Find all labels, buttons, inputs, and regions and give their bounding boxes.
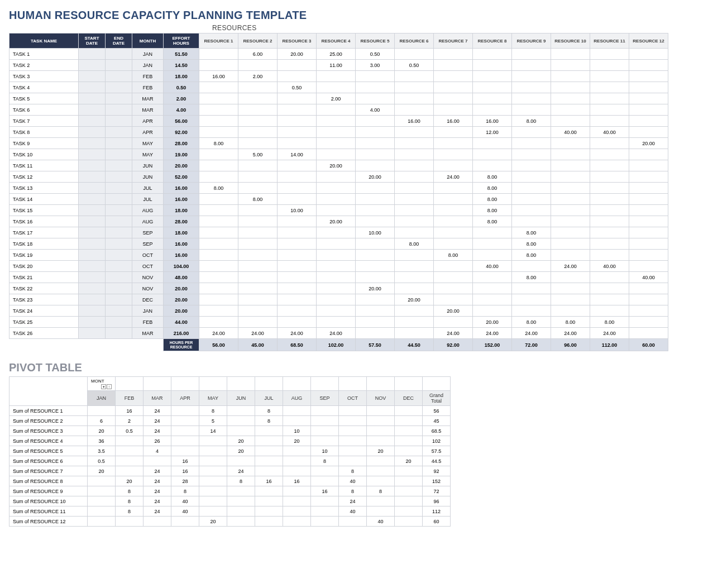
- effort-hours-cell[interactable]: 20.00: [164, 283, 199, 294]
- resource-cell[interactable]: [317, 149, 356, 160]
- effort-hours-cell[interactable]: 4.00: [164, 104, 199, 116]
- pivot-cell[interactable]: 28: [171, 476, 199, 486]
- effort-hours-cell[interactable]: 92.00: [164, 127, 199, 138]
- task-name-cell[interactable]: TASK 4: [9, 82, 79, 93]
- task-name-cell[interactable]: TASK 3: [9, 71, 79, 82]
- resource-cell[interactable]: 11.00: [317, 60, 356, 71]
- resource-cell[interactable]: [434, 261, 473, 272]
- resource-cell[interactable]: 8.00: [512, 238, 551, 250]
- resource-cell[interactable]: [512, 283, 551, 294]
- start-date-cell[interactable]: [79, 216, 106, 227]
- resource-cell[interactable]: [238, 116, 278, 127]
- pivot-cell[interactable]: [311, 406, 339, 416]
- pivot-cell[interactable]: [395, 517, 423, 527]
- resource-cell[interactable]: [395, 127, 434, 138]
- resource-cell[interactable]: [278, 194, 317, 205]
- start-date-cell[interactable]: [79, 60, 106, 71]
- resource-cell[interactable]: [317, 183, 356, 194]
- resource-cell[interactable]: [434, 294, 473, 305]
- effort-hours-cell[interactable]: 19.00: [164, 149, 199, 160]
- pivot-cell[interactable]: [88, 486, 116, 496]
- effort-hours-cell[interactable]: 16.00: [164, 194, 199, 205]
- pivot-cell[interactable]: [171, 406, 199, 416]
- resource-cell[interactable]: [629, 60, 668, 71]
- resource-cell[interactable]: [356, 71, 395, 82]
- start-date-cell[interactable]: [79, 93, 106, 104]
- resource-cell[interactable]: [629, 194, 668, 205]
- resource-cell[interactable]: [590, 205, 629, 216]
- pivot-cell[interactable]: [395, 496, 423, 506]
- month-cell[interactable]: OCT: [132, 261, 164, 272]
- resource-cell[interactable]: [199, 261, 238, 272]
- resource-cell[interactable]: [551, 104, 590, 116]
- resource-cell[interactable]: [356, 305, 395, 317]
- start-date-cell[interactable]: [79, 261, 106, 272]
- end-date-cell[interactable]: [106, 305, 132, 317]
- resource-cell[interactable]: 24.00: [551, 261, 590, 272]
- resource-cell[interactable]: [629, 238, 668, 250]
- resource-cell[interactable]: [395, 305, 434, 317]
- end-date-cell[interactable]: [106, 205, 132, 216]
- resource-cell[interactable]: [434, 317, 473, 328]
- resource-cell[interactable]: [356, 93, 395, 104]
- resource-cell[interactable]: [356, 127, 395, 138]
- resource-cell[interactable]: [278, 183, 317, 194]
- effort-hours-cell[interactable]: 18.00: [164, 227, 199, 238]
- resource-cell[interactable]: 16.00: [473, 116, 512, 127]
- resource-cell[interactable]: [395, 71, 434, 82]
- resource-cell[interactable]: [278, 317, 317, 328]
- resource-cell[interactable]: [199, 93, 238, 104]
- resource-cell[interactable]: [473, 227, 512, 238]
- resource-cell[interactable]: [551, 205, 590, 216]
- pivot-cell[interactable]: 20: [199, 517, 227, 527]
- resource-cell[interactable]: [629, 317, 668, 328]
- pivot-cell[interactable]: [116, 456, 143, 466]
- resource-cell[interactable]: 8.00: [512, 272, 551, 283]
- resource-cell[interactable]: 40.00: [629, 272, 668, 283]
- pivot-cell[interactable]: [367, 506, 395, 517]
- pivot-row-label[interactable]: Sum of RESOURCE 9: [9, 486, 88, 496]
- pivot-cell[interactable]: [367, 406, 395, 416]
- resource-cell[interactable]: [590, 171, 629, 183]
- resource-cell[interactable]: [473, 283, 512, 294]
- pivot-cell[interactable]: [395, 446, 423, 456]
- effort-hours-cell[interactable]: 14.50: [164, 60, 199, 71]
- resource-cell[interactable]: 8.00: [434, 250, 473, 261]
- month-cell[interactable]: AUG: [132, 216, 164, 227]
- resource-cell[interactable]: [473, 294, 512, 305]
- resource-cell[interactable]: [278, 71, 317, 82]
- pivot-cell[interactable]: 40: [171, 496, 199, 506]
- pivot-cell[interactable]: 24: [143, 506, 171, 517]
- pivot-cell[interactable]: [255, 486, 283, 496]
- task-name-cell[interactable]: TASK 13: [9, 183, 79, 194]
- resource-cell[interactable]: [512, 205, 551, 216]
- end-date-cell[interactable]: [106, 93, 132, 104]
- dropdown-icon[interactable]: ▾: [101, 384, 106, 389]
- resource-cell[interactable]: 0.50: [395, 60, 434, 71]
- resource-cell[interactable]: 40.00: [551, 127, 590, 138]
- resource-cell[interactable]: [629, 116, 668, 127]
- resource-cell[interactable]: [395, 205, 434, 216]
- pivot-cell[interactable]: [116, 446, 143, 456]
- pivot-cell[interactable]: [311, 416, 339, 426]
- resource-cell[interactable]: [629, 328, 668, 339]
- pivot-cell[interactable]: [199, 466, 227, 476]
- resource-cell[interactable]: [395, 317, 434, 328]
- resource-cell[interactable]: [356, 183, 395, 194]
- month-cell[interactable]: MAR: [132, 328, 164, 339]
- resource-cell[interactable]: [317, 104, 356, 116]
- resource-cell[interactable]: [199, 49, 238, 60]
- resource-cell[interactable]: [629, 227, 668, 238]
- col-resource-12[interactable]: RESOURCE 12: [629, 34, 668, 49]
- resource-cell[interactable]: [238, 183, 278, 194]
- pivot-cell[interactable]: [395, 416, 423, 426]
- pivot-cell[interactable]: 16: [311, 486, 339, 496]
- month-cell[interactable]: FEB: [132, 71, 164, 82]
- pivot-cell[interactable]: [283, 517, 311, 527]
- resource-cell[interactable]: [199, 283, 238, 294]
- resource-cell[interactable]: 10.00: [356, 227, 395, 238]
- task-name-cell[interactable]: TASK 1: [9, 49, 79, 60]
- resource-cell[interactable]: 20.00: [629, 138, 668, 149]
- pivot-cell[interactable]: 2: [116, 416, 143, 426]
- pivot-cell[interactable]: [395, 426, 423, 436]
